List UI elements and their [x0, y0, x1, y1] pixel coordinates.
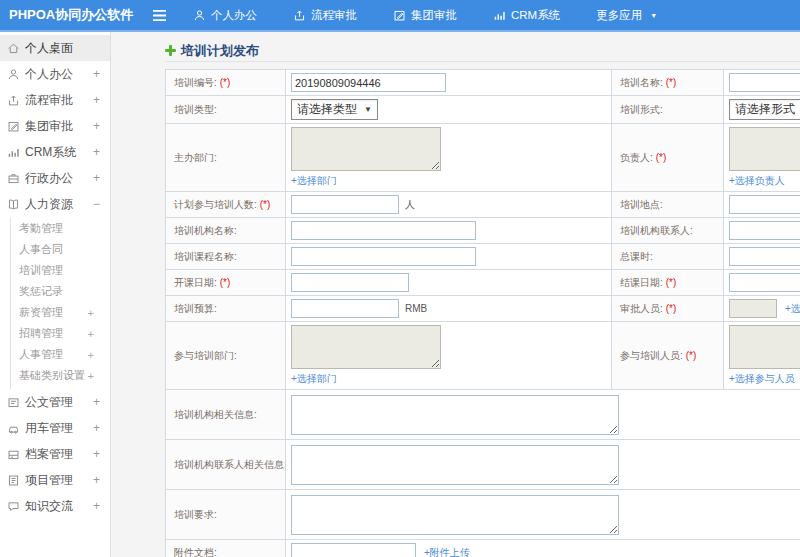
expand-plus-icon[interactable]: + — [88, 328, 94, 340]
top-nav-personal-office[interactable]: 个人办公 — [193, 8, 257, 23]
top-nav-more-apps[interactable]: 更多应用▼ — [596, 8, 657, 23]
org-name-input[interactable] — [291, 221, 476, 240]
expand-plus-icon[interactable]: + — [93, 119, 100, 133]
training-requirements-textarea[interactable] — [291, 495, 619, 535]
required-mark: (*) — [220, 77, 231, 88]
training-name-input[interactable] — [729, 73, 800, 92]
hamburger-icon[interactable] — [152, 9, 167, 22]
sidebar-item-group-approval[interactable]: 集团审批+ — [0, 113, 110, 139]
expand-plus-icon[interactable]: + — [93, 499, 100, 513]
sidebar-subitem-label: 人事管理 — [19, 347, 88, 362]
sidebar-item-personal-office[interactable]: 个人办公+ — [0, 61, 110, 87]
approver-picker-link[interactable]: +选择审批人 — [785, 302, 800, 316]
sidebar-subitem-base-category-setting[interactable]: 基础类别设置+ — [11, 365, 110, 386]
sidebar-subitem-hr-contract[interactable]: 人事合同 — [11, 239, 110, 260]
sidebar-item-label: 个人桌面 — [25, 40, 100, 57]
sidebar-subitem-recruit-mgmt[interactable]: 招聘管理+ — [11, 323, 110, 344]
attachment-input[interactable] — [291, 543, 416, 557]
budget-input[interactable] — [291, 299, 399, 318]
sidebar: 个人桌面个人办公+流程审批+集团审批+CRM系统+行政办公+人力资源−考勤管理人… — [0, 32, 111, 557]
end-date-input[interactable] — [729, 273, 800, 292]
sidebar-subitem-salary-mgmt[interactable]: 薪资管理+ — [11, 302, 110, 323]
sidebar-subitem-personnel-mgmt[interactable]: 人事管理+ — [11, 344, 110, 365]
sidebar-item-label: 项目管理 — [25, 472, 93, 489]
org-info-textarea[interactable] — [291, 395, 619, 435]
top-nav-workflow-approval[interactable]: 流程审批 — [293, 8, 357, 23]
expand-plus-icon[interactable]: + — [88, 349, 94, 361]
form-row-plan-participants: 计划参与培训人数:(*)人培训地点: — [166, 192, 800, 218]
field-label-start-date: 开课日期: — [174, 277, 217, 288]
form-row-start-date: 开课日期:(*)结课日期:(*) — [166, 270, 800, 296]
sidebar-item-knowledge-exchange[interactable]: 知识交流+ — [0, 493, 110, 519]
course-name-input[interactable] — [291, 247, 476, 266]
attachment-picker-link[interactable]: +附件上传 — [424, 546, 470, 557]
field-label-org-name: 培训机构名称: — [174, 225, 237, 236]
join-departments-box[interactable] — [291, 325, 441, 369]
home-icon — [7, 42, 20, 55]
expand-plus-icon[interactable]: + — [88, 307, 94, 319]
required-mark: (*) — [656, 152, 667, 163]
training-type-select-value: 请选择类型 — [297, 101, 357, 118]
plan-participants-input[interactable] — [291, 195, 399, 214]
sidebar-item-project-mgmt[interactable]: 项目管理+ — [0, 467, 110, 493]
org-contact-input[interactable] — [729, 221, 800, 240]
required-mark: (*) — [260, 199, 271, 210]
top-nav-crm-system[interactable]: CRM系统 — [493, 8, 560, 23]
expand-plus-icon[interactable]: + — [93, 93, 100, 107]
field-label-leader: 负责人: — [620, 152, 653, 163]
expand-plus-icon[interactable]: + — [93, 447, 100, 461]
sidebar-item-document-mgmt[interactable]: 公文管理+ — [0, 389, 110, 415]
sidebar-subitem-reward-punish[interactable]: 奖惩记录 — [11, 281, 110, 302]
sidebar-item-workflow-approval[interactable]: 流程审批+ — [0, 87, 110, 113]
sidebar-item-personal-desktop[interactable]: 个人桌面 — [0, 35, 110, 61]
join-departments-picker-link[interactable]: +选择部门 — [291, 372, 606, 386]
training-place-input[interactable] — [729, 195, 800, 214]
sidebar-item-vehicle-mgmt[interactable]: 用车管理+ — [0, 415, 110, 441]
sidebar-subitem-training-mgmt[interactable]: 培训管理 — [11, 260, 110, 281]
sidebar-subitem-label: 基础类别设置 — [19, 368, 88, 383]
expand-plus-icon[interactable]: + — [93, 67, 100, 81]
training-form-select[interactable]: 请选择形式▼ — [729, 99, 800, 120]
sidebar-item-crm-system[interactable]: CRM系统+ — [0, 139, 110, 165]
top-nav-label: 流程审批 — [311, 8, 357, 23]
sidebar-subitem-attendance-mgmt[interactable]: 考勤管理 — [11, 218, 110, 239]
form-row-budget: 培训预算:RMB审批人员:(*)+选择审批人 — [166, 296, 800, 322]
field-label-training-requirements: 培训要求: — [174, 509, 217, 520]
approver-input[interactable] — [729, 299, 777, 318]
page-title-bar: 培训计划发布 — [165, 40, 800, 62]
total-hours-input[interactable] — [729, 247, 800, 266]
app-logo[interactable]: PHPOA协同办公软件 — [0, 6, 148, 24]
required-mark: (*) — [666, 303, 677, 314]
start-date-input[interactable] — [291, 273, 409, 292]
field-label-attachment: 附件文档: — [174, 547, 217, 557]
expand-plus-icon[interactable]: + — [93, 421, 100, 435]
form-row-org-contact-info: 培训机构联系人相关信息: — [166, 440, 800, 490]
expand-plus-icon[interactable]: + — [93, 145, 100, 159]
sidebar-subitem-label: 培训管理 — [19, 263, 94, 278]
expand-plus-icon[interactable]: + — [88, 370, 94, 382]
collapse-minus-icon[interactable]: − — [93, 197, 100, 211]
flow-icon — [293, 9, 306, 22]
sidebar-item-label: 公文管理 — [25, 394, 93, 411]
expand-plus-icon[interactable]: + — [93, 395, 100, 409]
leader-box[interactable] — [729, 127, 800, 171]
leader-picker-link[interactable]: +选择负责人 — [729, 174, 800, 188]
top-nav-group-approval[interactable]: 集团审批 — [393, 8, 457, 23]
host-department-box[interactable] — [291, 127, 441, 171]
user-icon — [193, 9, 206, 22]
sidebar-subitem-label: 招聘管理 — [19, 326, 88, 341]
org-contact-info-textarea[interactable] — [291, 445, 619, 485]
top-nav: 个人办公流程审批集团审批CRM系统更多应用▼ — [193, 8, 657, 23]
host-department-picker-link[interactable]: +选择部门 — [291, 174, 606, 188]
expand-plus-icon[interactable]: + — [93, 473, 100, 487]
field-label-org-info: 培训机构相关信息: — [174, 409, 257, 420]
join-people-box[interactable] — [729, 325, 800, 369]
sidebar-item-archive-mgmt[interactable]: 档案管理+ — [0, 441, 110, 467]
training-no-input[interactable] — [291, 73, 446, 92]
expand-plus-icon[interactable]: + — [93, 171, 100, 185]
join-people-picker-link[interactable]: +选择参与人员 — [729, 372, 800, 386]
topbar: PHPOA协同办公软件 个人办公流程审批集团审批CRM系统更多应用▼ — [0, 0, 800, 32]
sidebar-item-admin-office[interactable]: 行政办公+ — [0, 165, 110, 191]
sidebar-item-human-resources[interactable]: 人力资源− — [0, 191, 110, 217]
training-type-select[interactable]: 请选择类型▼ — [291, 99, 378, 120]
